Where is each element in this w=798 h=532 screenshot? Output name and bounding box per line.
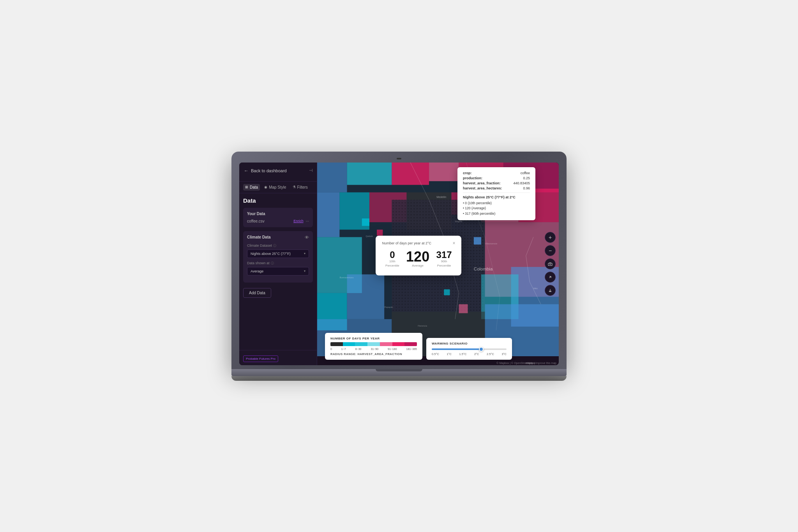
tab-filters[interactable]: ⚗ Filters [291, 184, 310, 191]
your-data-header: Your Data [247, 212, 309, 216]
select-arrow-icon: ▾ [304, 252, 305, 255]
tooltip-fraction-row: harvest_area_fraction: 440.83405 [463, 181, 530, 185]
hectares-val: 0.96 [523, 186, 530, 190]
visibility-icon[interactable]: 👁 [305, 235, 309, 240]
svg-text:Florencia: Florencia [418, 324, 427, 327]
svg-rect-20 [347, 274, 385, 319]
legend-seg-0 [330, 342, 343, 346]
collapse-button[interactable]: ⊣ [309, 168, 313, 173]
warming-slider-thumb[interactable] [479, 347, 484, 352]
legend-label-3: 31~90 [371, 348, 378, 350]
back-label: Back to dashboard [251, 168, 287, 173]
shown-at-select[interactable]: Average ▾ [247, 267, 309, 276]
legend-panel: NUMBER OF DAYS PER YEAR 0 1~7 8~30 [325, 333, 422, 360]
dataset-value: Nights above 25°C (77°F) [251, 252, 291, 256]
tooltip-bullets: • 0 (10th percentile) • 120 (Average) • … [463, 201, 530, 217]
legend-subtitle: RADIUS RANGE: HARVEST_AREA_FRACTION [330, 352, 417, 356]
map-tooltip: crop: coffee production: 0.25 harvest_ar… [457, 167, 535, 221]
fraction-key: harvest_area_fraction: [463, 181, 501, 185]
svg-rect-9 [317, 192, 339, 237]
info-icon: ⓘ [273, 244, 276, 248]
legend-seg-5 [392, 342, 405, 346]
warming-label-2: 1.5°C [459, 352, 467, 356]
download-button[interactable] [545, 285, 556, 296]
nav-tabs: ⊞ Data ◉ Map Style ⚗ Filters [239, 182, 317, 193]
tooltip-divider [463, 193, 530, 193]
warming-label-5: 3°C [501, 352, 507, 356]
svg-rect-29 [474, 237, 481, 244]
hectares-key: harvest_area_hectares: [463, 186, 502, 190]
add-data-button[interactable]: Add Data [243, 288, 271, 298]
laptop-base [231, 369, 567, 376]
svg-rect-4 [429, 163, 459, 181]
stat-90th-value: 317 [436, 250, 452, 260]
back-button[interactable]: ← Back to dashboard [244, 168, 312, 173]
warming-labels: 0.5°C 1°C 1.5°C 2°C 2.5°C 3°C [432, 352, 507, 356]
data-tab-icon: ⊞ [245, 185, 248, 189]
your-data-title: Your Data [247, 212, 265, 216]
svg-rect-7 [317, 163, 347, 193]
bullet-1: • 120 (Average) [463, 206, 530, 211]
legend-label-4: 91~180 [388, 348, 397, 350]
svg-rect-31 [444, 289, 450, 295]
floating-popup: Number of days per year at 2°C × 0 10thP… [376, 235, 461, 275]
card-actions: Enrich ··· [293, 219, 309, 223]
tab-data[interactable]: ⊞ Data [243, 184, 260, 191]
popup-stats: 0 10thPercentile 120 Average 317 90thPer… [382, 249, 455, 267]
tab-map-style[interactable]: ◉ Map Style [262, 184, 288, 191]
mapbox-logo: mapbox [526, 362, 535, 364]
warming-label-4: 2.5°C [487, 352, 494, 356]
filters-tab-icon: ⚗ [293, 185, 296, 189]
camera-button[interactable] [545, 258, 556, 269]
warming-slider-track[interactable] [432, 348, 507, 350]
dots-menu[interactable]: ··· [306, 219, 309, 223]
popup-header: Number of days per year at 2°C × [382, 240, 455, 246]
sidebar-content: Data Your Data coffee.csv Enrich ··· [239, 193, 317, 350]
svg-text:Medellín: Medellín [436, 195, 447, 198]
map-area[interactable]: Colombia Medellín Quibdó Buenaventura Bo… [317, 163, 559, 365]
legend-seg-3 [367, 342, 380, 346]
your-data-card: Your Data coffee.csv Enrich ··· [243, 208, 313, 227]
bullet-2: • 317 (90th percentile) [463, 211, 530, 217]
section-title: Data [243, 197, 313, 204]
sidebar: ← Back to dashboard ⊣ ⊞ Data ◉ Map Style [239, 163, 317, 365]
climate-data-title: Climate Data [247, 235, 271, 239]
popup-title: Number of days per year at 2°C [382, 241, 431, 245]
fraction-val: 440.83405 [513, 181, 530, 185]
svg-rect-8 [347, 163, 392, 185]
popup-close-button[interactable]: × [452, 240, 455, 246]
climate-dataset-select[interactable]: Nights above 25°C (77°F) ▾ [247, 249, 309, 258]
share-button[interactable] [545, 272, 556, 283]
tooltip-hectares-row: harvest_area_hectares: 0.96 [463, 186, 530, 190]
crop-key: crop: [463, 171, 472, 175]
legend-title: NUMBER OF DAYS PER YEAR [330, 337, 417, 340]
legend-seg-1 [343, 342, 355, 346]
climate-data-card: Climate Data 👁 Climate Dataset ⓘ Nights … [243, 231, 313, 283]
enrich-link[interactable]: Enrich [293, 219, 304, 223]
warming-panel: WARMING SCENARIO 0.5°C 1°C 1.5°C 2°C 2.5… [426, 338, 512, 360]
stat-10th: 0 10thPercentile [385, 250, 399, 268]
production-val: 0.25 [523, 176, 530, 180]
legend-label-5: 181~365 [406, 348, 417, 350]
svg-text:Mitú: Mitú [533, 287, 538, 290]
laptop: ← Back to dashboard ⊣ ⊞ Data ◉ Map Style [231, 152, 567, 381]
warming-slider-fill [432, 348, 480, 350]
laptop-notch [397, 158, 401, 159]
bullet-0: • 0 (10th percentile) [463, 201, 530, 206]
legend-seg-4 [380, 342, 392, 346]
svg-text:Buenaventura: Buenaventura [339, 276, 354, 278]
svg-text:Colombia: Colombia [474, 267, 493, 271]
crop-val: coffee [521, 171, 530, 175]
warming-title: WARMING SCENARIO [432, 342, 507, 345]
production-key: production: [463, 176, 482, 180]
legend-label-0: 0 [330, 348, 332, 350]
svg-text:Popayán: Popayán [384, 306, 393, 308]
zoom-out-button[interactable]: − [545, 245, 556, 256]
warming-label-0: 0.5°C [432, 352, 439, 356]
laptop-body: ← Back to dashboard ⊣ ⊞ Data ◉ Map Style [231, 152, 567, 369]
warming-label-1: 1°C [447, 352, 452, 356]
file-name: coffee.csv [247, 219, 265, 223]
tooltip-production-row: production: 0.25 [463, 176, 530, 180]
sidebar-footer: Probable Futures Pro [239, 350, 317, 365]
zoom-in-button[interactable]: + [545, 232, 556, 243]
